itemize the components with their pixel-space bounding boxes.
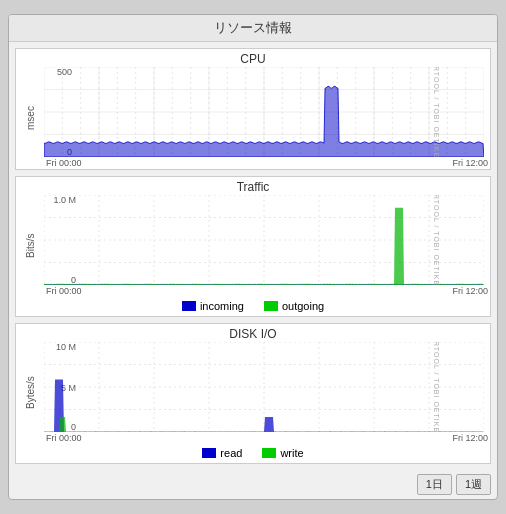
outgoing-label: outgoing (282, 300, 324, 312)
read-label: read (220, 447, 242, 459)
cpu-x-labels: Fri 00:00 Fri 12:00 (44, 157, 490, 169)
cpu-y-label: msec (16, 67, 44, 169)
disk-legend: read write (16, 444, 490, 463)
traffic-chart-title: Traffic (16, 177, 490, 195)
panel-title: リソース情報 (9, 15, 497, 42)
disk-x-label-right: Fri 12:00 (452, 433, 488, 443)
traffic-legend-outgoing: outgoing (264, 300, 324, 312)
cpu-x-label-left: Fri 00:00 (46, 158, 82, 168)
disk-canvas-container: RRTOOL / TOBI OETIKER (44, 342, 490, 432)
incoming-label: incoming (200, 300, 244, 312)
traffic-chart-section: Traffic Bits/s RRTOOL / TOBI OETIKER Fri… (15, 176, 491, 317)
cpu-x-label-right: Fri 12:00 (452, 158, 488, 168)
disk-legend-read: read (202, 447, 242, 459)
incoming-color-box (182, 301, 196, 311)
write-label: write (280, 447, 303, 459)
disk-x-label-left: Fri 00:00 (46, 433, 82, 443)
traffic-canvas-container: RRTOOL / TOBI OETIKER (44, 195, 490, 285)
disk-chart-section: DISK I/O Bytes/s RRTOOL / TOBI OETIKER F… (15, 323, 491, 464)
disk-x-labels: Fri 00:00 Fri 12:00 (44, 432, 490, 444)
disk-y-label: Bytes/s (16, 342, 44, 444)
traffic-x-label-left: Fri 00:00 (46, 286, 82, 296)
traffic-legend: incoming outgoing (16, 297, 490, 316)
bottom-bar: 1日 1週 (9, 470, 497, 499)
disk-chart-area: Bytes/s RRTOOL / TOBI OETIKER Fri 00:00 … (16, 342, 490, 444)
main-panel: リソース情報 CPU msec RRTOOL / TOBI OETIKER Fr… (8, 14, 498, 500)
cpu-watermark: RRTOOL / TOBI OETIKER (432, 67, 439, 157)
cpu-chart-title: CPU (16, 49, 490, 67)
traffic-chart-area: Bits/s RRTOOL / TOBI OETIKER Fri 00:00 F… (16, 195, 490, 297)
write-color-box (262, 448, 276, 458)
week-button[interactable]: 1週 (456, 474, 491, 495)
disk-chart-wrapper: RRTOOL / TOBI OETIKER Fri 00:00 Fri 12:0… (44, 342, 490, 444)
cpu-chart-section: CPU msec RRTOOL / TOBI OETIKER Fri 00:00… (15, 48, 491, 170)
cpu-chart-area: msec RRTOOL / TOBI OETIKER Fri 00:00 Fri… (16, 67, 490, 169)
disk-chart-title: DISK I/O (16, 324, 490, 342)
day-button[interactable]: 1日 (417, 474, 452, 495)
cpu-canvas-container: RRTOOL / TOBI OETIKER (44, 67, 490, 157)
outgoing-color-box (264, 301, 278, 311)
traffic-x-labels: Fri 00:00 Fri 12:00 (44, 285, 490, 297)
cpu-chart-wrapper: RRTOOL / TOBI OETIKER Fri 00:00 Fri 12:0… (44, 67, 490, 169)
disk-watermark: RRTOOL / TOBI OETIKER (432, 342, 439, 432)
traffic-legend-incoming: incoming (182, 300, 244, 312)
traffic-x-label-right: Fri 12:00 (452, 286, 488, 296)
traffic-chart-wrapper: RRTOOL / TOBI OETIKER Fri 00:00 Fri 12:0… (44, 195, 490, 297)
read-color-box (202, 448, 216, 458)
traffic-watermark: RRTOOL / TOBI OETIKER (432, 195, 439, 285)
traffic-y-label: Bits/s (16, 195, 44, 297)
disk-legend-write: write (262, 447, 303, 459)
